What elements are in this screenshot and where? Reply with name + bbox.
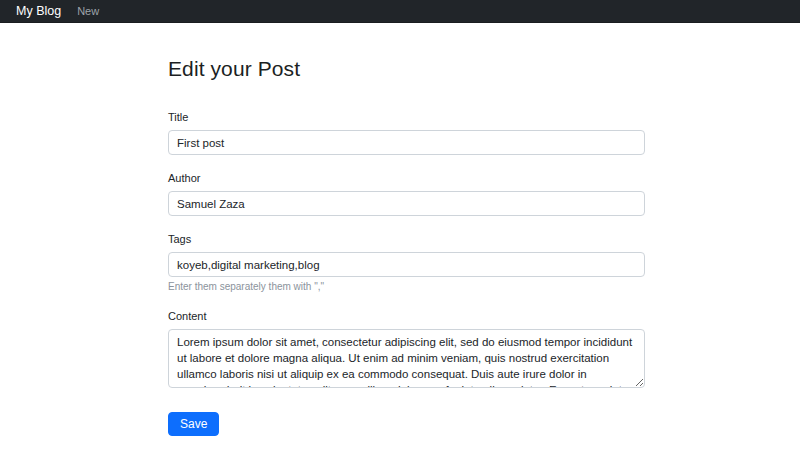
content-textarea[interactable]: Lorem ipsum dolor sit amet, consectetur … <box>168 329 645 388</box>
navbar-link-new[interactable]: New <box>77 5 99 17</box>
content-field-group: Content Lorem ipsum dolor sit amet, cons… <box>168 309 645 388</box>
tags-field-group: Tags Enter them separately them with "," <box>168 232 645 293</box>
save-button[interactable]: Save <box>168 412 219 436</box>
page-title: Edit your Post <box>168 56 645 81</box>
title-label: Title <box>168 110 645 124</box>
main-content: Edit your Post Title Author Tags Enter t… <box>168 56 645 466</box>
top-navbar: My Blog New <box>0 0 800 23</box>
content-label: Content <box>168 309 645 323</box>
author-field-group: Author <box>168 171 645 216</box>
tags-help-text: Enter them separately them with "," <box>168 281 645 293</box>
navbar-brand[interactable]: My Blog <box>16 4 61 18</box>
edit-post-form: Title Author Tags Enter them separately … <box>168 110 645 436</box>
tags-input[interactable] <box>168 252 645 277</box>
tags-label: Tags <box>168 232 645 246</box>
title-field-group: Title <box>168 110 645 155</box>
author-label: Author <box>168 171 645 185</box>
title-input[interactable] <box>168 130 645 155</box>
author-input[interactable] <box>168 191 645 216</box>
